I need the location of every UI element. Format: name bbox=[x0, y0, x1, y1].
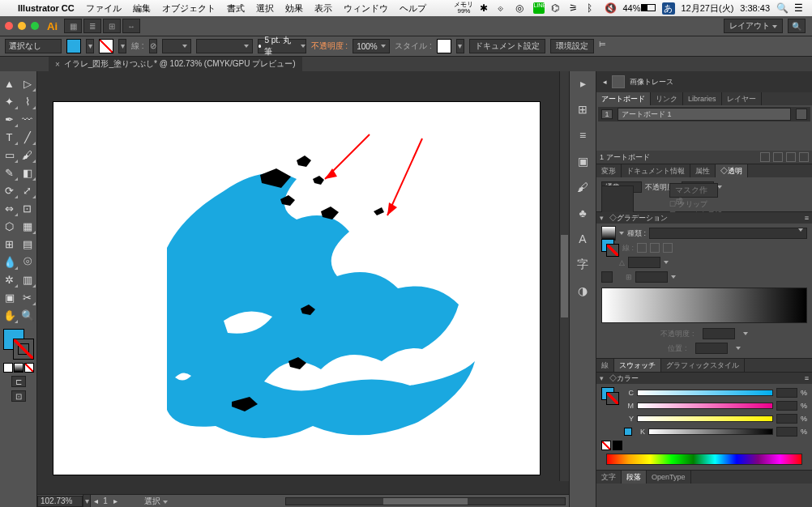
volume-icon[interactable]: 🔇 bbox=[605, 2, 616, 14]
search-icon[interactable]: 🔍 bbox=[788, 19, 806, 33]
tab-swatches[interactable]: スウォッチ bbox=[614, 359, 661, 372]
gradient-ramp[interactable] bbox=[601, 288, 807, 323]
artboard-name[interactable]: アートボード 1 bbox=[618, 108, 791, 121]
opacity-input[interactable]: 100% bbox=[353, 39, 390, 53]
eyedropper-tool[interactable]: 💧 bbox=[1, 253, 19, 271]
stroke-color[interactable] bbox=[13, 339, 34, 360]
tab-layers[interactable]: レイヤー bbox=[722, 92, 762, 105]
workspace-switcher[interactable]: レイアウト bbox=[724, 19, 783, 33]
perspective-tool[interactable]: ▦ bbox=[19, 217, 36, 235]
paintbrush-tool[interactable]: 🖌 bbox=[19, 146, 36, 164]
scale-tool[interactable]: ⤢ bbox=[19, 181, 36, 199]
symbols-icon[interactable]: ♣ bbox=[573, 204, 592, 222]
bluetooth-icon[interactable]: ᛒ bbox=[587, 2, 598, 14]
make-mask-button[interactable]: マスク作成 bbox=[669, 183, 718, 198]
style-dropdown[interactable]: ▾ bbox=[456, 39, 464, 53]
stroke-weight-link[interactable]: ⊘ bbox=[149, 39, 157, 53]
align-icon[interactable]: ⊨ bbox=[599, 40, 613, 53]
y-slider[interactable] bbox=[637, 415, 773, 422]
fill-swatch[interactable] bbox=[66, 39, 81, 53]
color-fillstroke[interactable] bbox=[601, 387, 619, 405]
preferences-button[interactable]: 環境設定 bbox=[550, 39, 594, 53]
arrange-icon[interactable]: ⊞ bbox=[103, 19, 121, 33]
screen-mode-icon[interactable]: ⊡ bbox=[11, 390, 26, 402]
battery-indicator[interactable]: 44% bbox=[622, 3, 655, 13]
menu-type[interactable]: 書式 bbox=[227, 2, 245, 15]
eraser-tool[interactable]: ◧ bbox=[19, 164, 36, 181]
graph-tool[interactable]: ▥ bbox=[19, 271, 36, 288]
stop-opacity-input[interactable] bbox=[703, 328, 735, 339]
menu-object[interactable]: オブジェクト bbox=[162, 2, 216, 15]
stroke-weight-input[interactable] bbox=[162, 39, 191, 53]
symbol-sprayer-tool[interactable]: ✲ bbox=[1, 271, 19, 288]
vertical-scrollbar[interactable] bbox=[559, 71, 569, 481]
gradient-type-select[interactable] bbox=[649, 228, 807, 239]
fan-icon[interactable]: ⌬ bbox=[551, 2, 562, 14]
menu-file[interactable]: ファイル bbox=[86, 2, 122, 15]
y-value[interactable] bbox=[776, 414, 797, 424]
style-swatch[interactable] bbox=[437, 39, 451, 53]
k-slider[interactable] bbox=[648, 428, 773, 435]
delete-artboard-icon[interactable] bbox=[799, 152, 809, 162]
selection-tool[interactable]: ▲ bbox=[1, 75, 19, 92]
gradient-fillstroke[interactable] bbox=[601, 239, 619, 257]
tab-transparency[interactable]: ◇透明 bbox=[716, 164, 748, 177]
app-name[interactable]: Illustrator CC bbox=[18, 3, 75, 13]
slice-tool[interactable]: ✂ bbox=[19, 288, 36, 306]
tab-attributes[interactable]: 属性 bbox=[690, 164, 716, 177]
c-value[interactable] bbox=[776, 388, 797, 398]
color-spectrum[interactable] bbox=[606, 454, 802, 465]
gradient-angle-input[interactable] bbox=[628, 257, 660, 268]
magic-wand-tool[interactable]: ✦ bbox=[1, 92, 19, 110]
char-panel-icon[interactable]: A bbox=[573, 230, 592, 248]
tab-character[interactable]: 文字 bbox=[596, 471, 622, 484]
free-transform-tool[interactable]: ⊡ bbox=[19, 199, 36, 217]
type-tool[interactable]: T bbox=[1, 128, 19, 146]
dropbox-icon[interactable]: ⟐ bbox=[498, 2, 509, 14]
artboard-nav-icon[interactable]: 1 bbox=[100, 496, 110, 505]
image-trace-icon[interactable] bbox=[612, 75, 625, 88]
stock-icon[interactable]: ≣ bbox=[83, 19, 101, 33]
pen-tool[interactable]: ✒ bbox=[1, 110, 19, 128]
nav-last-icon[interactable]: ▸ bbox=[110, 496, 120, 505]
spotlight-icon[interactable]: 🔍 bbox=[776, 2, 788, 14]
pathfinder-icon[interactable]: ▣ bbox=[573, 152, 592, 170]
shaper-tool[interactable]: ✎ bbox=[1, 164, 19, 181]
tab-artboards[interactable]: アートボード bbox=[596, 92, 651, 105]
tab-libraries[interactable]: Libraries bbox=[683, 92, 722, 105]
rotate-tool[interactable]: ⟳ bbox=[1, 181, 19, 199]
glyphs-icon[interactable]: 字 bbox=[573, 256, 592, 274]
tab-links[interactable]: リンク bbox=[651, 92, 683, 105]
cc-icon[interactable]: ◎ bbox=[515, 2, 527, 14]
zoom-dropdown[interactable]: ▾ bbox=[83, 494, 91, 508]
ime-icon[interactable]: あ bbox=[662, 2, 675, 15]
tab-opentype[interactable]: OpenType bbox=[647, 471, 691, 484]
zoom-tool[interactable]: 🔍 bbox=[19, 306, 36, 324]
zoom-field[interactable]: 102.73% bbox=[37, 496, 83, 507]
k-value[interactable] bbox=[776, 427, 797, 437]
stroke-within-icon[interactable] bbox=[663, 243, 673, 253]
opacity-label[interactable]: 不透明度 : bbox=[311, 40, 348, 52]
stop-position-input[interactable] bbox=[695, 343, 728, 354]
tab-graphicstyles[interactable]: グラフィックスタイル bbox=[661, 359, 745, 372]
stroke-dropdown[interactable]: ▾ bbox=[118, 39, 126, 53]
menu-view[interactable]: 表示 bbox=[314, 2, 332, 15]
stroke-swatch[interactable] bbox=[99, 39, 113, 53]
menubar-time[interactable]: 3:38:43 bbox=[740, 3, 770, 13]
panel-menu-icon[interactable]: ≡ bbox=[805, 214, 809, 222]
document-setup-button[interactable]: ドキュメント設定 bbox=[469, 39, 545, 53]
width-tool[interactable]: ⇔ bbox=[1, 199, 19, 217]
zoom-window[interactable] bbox=[31, 22, 39, 30]
gradient-tool[interactable]: ▤ bbox=[19, 235, 36, 253]
document-tab[interactable]: × イラレ_図形_塗りつぶし* @ 102.73% (CMYK/GPU プレビュ… bbox=[49, 57, 302, 71]
color-panel-menu-icon[interactable]: ≡ bbox=[805, 374, 809, 382]
notification-icon[interactable]: ☰ bbox=[794, 2, 806, 14]
ruler-icon[interactable]: ↔ bbox=[122, 19, 140, 33]
close-window[interactable] bbox=[5, 22, 13, 30]
mesh-tool[interactable]: ⊞ bbox=[1, 235, 19, 253]
m-value[interactable] bbox=[776, 401, 797, 411]
c-slider[interactable] bbox=[637, 390, 773, 396]
direct-selection-tool[interactable]: ▷ bbox=[19, 75, 36, 92]
rectangle-tool[interactable]: ▭ bbox=[1, 146, 19, 164]
horizontal-scrollbar[interactable] bbox=[285, 497, 566, 505]
